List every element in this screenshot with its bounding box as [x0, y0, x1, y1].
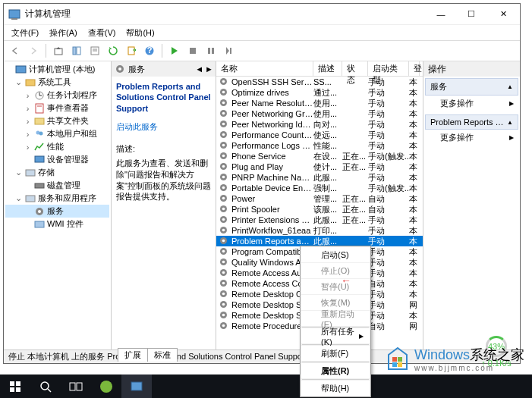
menu-file[interactable]: 文件(F) — [7, 26, 43, 40]
svg-point-35 — [222, 80, 225, 83]
tree-local-users[interactable]: ›本地用户和组 — [5, 127, 109, 140]
help-button[interactable]: ? — [141, 42, 158, 59]
service-row[interactable]: Portable Device Enumera...强制...手动(触发...本 — [216, 183, 423, 193]
ctx-all-tasks[interactable]: 所有任务(K)▶ — [301, 328, 370, 343]
nav-next[interactable]: ► — [205, 64, 213, 74]
tab-extended[interactable]: 扩展 — [118, 348, 148, 362]
service-description: 此服务为查看、发送和删除"问题报告和解决方案"控制面板的系统级问题报告提供支持。 — [116, 158, 211, 202]
start-button[interactable] — [0, 374, 30, 398]
taskbar-app-mmc[interactable] — [121, 374, 152, 398]
stop-service-button[interactable] — [184, 42, 201, 59]
start-service-link[interactable]: 启动此服务 — [116, 122, 158, 131]
ctx-restart[interactable]: 重新启动(E) — [301, 311, 370, 326]
service-row[interactable]: Optimize drives通过...手动本 — [216, 87, 423, 98]
show-hide-tree-button[interactable] — [68, 42, 85, 59]
ctx-start[interactable]: 启动(S) — [301, 247, 370, 262]
task-view-button[interactable] — [61, 374, 91, 398]
list-header[interactable]: 名称 描述 状态 启动类型 登 — [216, 61, 423, 77]
search-button[interactable] — [30, 374, 61, 398]
minimize-button[interactable]: — — [426, 4, 456, 25]
ctx-stop[interactable]: 停止(O) — [301, 263, 370, 278]
gear-icon — [219, 161, 229, 172]
tree-performance[interactable]: ›性能 — [5, 140, 109, 153]
console-tree[interactable]: 计算机管理 (本地) ⌄系统工具 ›任务计划程序 ›事件查看器 ›共享文件夹 ›… — [4, 61, 112, 349]
col-logon[interactable]: 登 — [409, 61, 420, 76]
svg-text:?: ? — [147, 45, 153, 55]
nav-prev[interactable]: ◄ — [195, 64, 203, 74]
restart-service-button[interactable] — [221, 42, 238, 59]
service-row[interactable]: Performance Logs & Aler...性能...手动本 — [216, 140, 423, 151]
gear-icon — [219, 310, 229, 321]
tree-storage[interactable]: ⌄存储 — [5, 166, 109, 179]
export-button[interactable] — [123, 42, 140, 59]
col-name[interactable]: 名称 — [216, 61, 313, 76]
actions-section-services[interactable]: 服务▲ — [425, 78, 518, 96]
ctx-properties[interactable]: 属性(R) — [301, 363, 370, 378]
svg-line-91 — [48, 389, 51, 392]
col-status[interactable]: 状态 — [342, 61, 368, 76]
maximize-button[interactable]: ☐ — [456, 4, 486, 25]
pause-service-button[interactable] — [203, 42, 219, 59]
forward-button[interactable] — [25, 42, 42, 59]
tree-task-scheduler[interactable]: ›任务计划程序 — [5, 89, 109, 102]
start-service-button[interactable] — [166, 42, 183, 59]
service-row[interactable]: Power管理...正在...自动本 — [216, 193, 423, 204]
svg-rect-0 — [9, 10, 20, 18]
service-row[interactable]: PrintWorkflow_61eaa打印...手动本 — [216, 225, 423, 236]
svg-point-57 — [222, 197, 225, 200]
menubar: 文件(F) 操作(A) 查看(V) 帮助(H) — [4, 25, 520, 40]
service-row[interactable]: OpenSSH SSH ServerSS...手动本 — [216, 77, 423, 87]
service-row[interactable]: Plug and Play使计...正在...手动本 — [216, 161, 423, 172]
service-row[interactable]: Problem Reports and S...此服...手动本 — [216, 236, 423, 246]
svg-point-39 — [222, 102, 225, 105]
tree-disk-mgmt[interactable]: 磁盘管理 — [5, 179, 109, 192]
refresh-button[interactable] — [105, 42, 121, 59]
deskpane-header: 服务 ◄► — [112, 61, 216, 77]
svg-rect-15 — [16, 66, 26, 73]
service-row[interactable]: PNRP Machine Name Pu...此服...手动本 — [216, 172, 423, 183]
properties-button[interactable] — [87, 42, 103, 59]
menu-view[interactable]: 查看(V) — [83, 26, 121, 40]
svg-point-41 — [222, 112, 225, 115]
ctx-pause[interactable]: 暂停(U) — [301, 279, 370, 294]
tree-event-viewer[interactable]: ›事件查看器 — [5, 102, 109, 114]
up-button[interactable] — [50, 42, 67, 59]
gear-icon — [219, 225, 229, 236]
tree-root[interactable]: 计算机管理 (本地) — [5, 63, 109, 76]
ctx-refresh[interactable]: 刷新(F) — [301, 346, 370, 361]
service-row[interactable]: Print Spooler该服...正在...自动本 — [216, 204, 423, 215]
close-button[interactable]: ✕ — [486, 4, 520, 25]
actions-more-1[interactable]: 更多操作▶ — [425, 96, 518, 111]
service-row[interactable]: Peer Networking Identity...向对...手动本 — [216, 119, 423, 130]
gear-icon — [219, 321, 229, 331]
tab-standard[interactable]: 标准 — [147, 348, 178, 362]
svg-point-30 — [38, 210, 41, 213]
svg-rect-89 — [16, 387, 20, 392]
back-button[interactable] — [7, 42, 24, 59]
svg-point-33 — [118, 67, 121, 71]
col-desc[interactable]: 描述 — [313, 61, 342, 76]
actions-more-2[interactable]: 更多操作▶ — [425, 130, 518, 146]
tree-shared-folders[interactable]: ›共享文件夹 — [5, 114, 109, 127]
gear-icon — [219, 119, 229, 130]
tree-wmi[interactable]: WMI 控件 — [5, 218, 109, 230]
col-startup[interactable]: 启动类型 — [368, 61, 409, 76]
service-row[interactable]: Phone Service在设...正在...手动(触发...本 — [216, 151, 423, 161]
svg-point-55 — [222, 186, 225, 190]
menu-action[interactable]: 操作(A) — [45, 26, 82, 40]
service-row[interactable]: Printer Extensions and N...此服...正在...手动本 — [216, 215, 423, 225]
tree-services[interactable]: 服务 — [5, 205, 109, 218]
service-row[interactable]: Peer Networking Groupi...使用...手动本 — [216, 108, 423, 119]
menu-help[interactable]: 帮助(H) — [121, 26, 159, 40]
actions-section-selected[interactable]: Problem Reports and Sol...▲ — [425, 114, 518, 130]
tree-system-tools[interactable]: ⌄系统工具 — [5, 76, 109, 89]
svg-rect-25 — [35, 156, 44, 162]
tree-services-apps[interactable]: ⌄服务和应用程序 — [5, 192, 109, 205]
taskbar-app-1[interactable] — [91, 374, 121, 398]
ctx-help[interactable]: 帮助(H) — [301, 381, 370, 396]
service-row[interactable]: Performance Counter DL...使远...手动本 — [216, 130, 423, 140]
tree-device-manager[interactable]: 设备管理器 — [5, 153, 109, 166]
svg-rect-31 — [35, 221, 44, 227]
service-row[interactable]: Peer Name Resolution Pr...使用...手动本 — [216, 98, 423, 108]
gear-icon — [219, 87, 229, 98]
